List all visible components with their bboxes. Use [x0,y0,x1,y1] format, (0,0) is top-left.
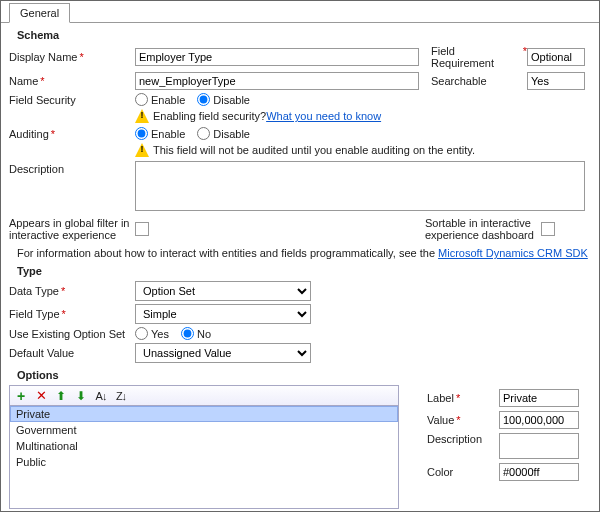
options-toolbar: + ✕ ⬆ ⬇ A↓ Z↓ [9,385,399,405]
auditing-disable-radio[interactable]: Disable [197,127,250,140]
appears-label: Appears in global filter in interactive … [9,217,135,241]
warning-icon [135,109,149,123]
option-color-label: Color [427,466,499,478]
delete-icon[interactable]: ✕ [34,389,48,403]
list-item[interactable]: Government [10,422,398,438]
disable-text: Disable [213,128,250,140]
field-type-label: Field Type [9,308,60,320]
field-security-label: Field Security [9,94,135,106]
display-name-label: Display Name [9,51,77,63]
description-label: Description [9,161,135,175]
option-description-textarea[interactable] [499,433,579,459]
warning-icon [135,143,149,157]
searchable-label: Searchable [431,75,527,87]
field-requirement-label: Field Requirement [431,45,521,69]
disable-text: Disable [213,94,250,106]
option-description-label: Description [427,433,499,445]
options-listbox[interactable]: Private Government Multinational Public [9,405,399,509]
option-value-label: Value [427,414,454,426]
searchable-input[interactable] [527,72,585,90]
sort-desc-icon[interactable]: Z↓ [114,389,128,403]
tab-general[interactable]: General [9,3,70,23]
list-item[interactable]: Multinational [10,438,398,454]
field-security-warning-text: Enabling field security? [153,110,266,122]
name-label: Name [9,75,38,87]
sortable-checkbox[interactable] [541,222,555,236]
name-input[interactable] [135,72,419,90]
field-type-select[interactable]: Simple [135,304,311,324]
option-value-input[interactable] [499,411,579,429]
sortable-label: Sortable in interactive experience dashb… [425,217,541,241]
sort-asc-icon[interactable]: A↓ [94,389,108,403]
what-you-need-link[interactable]: What you need to know [266,110,381,122]
data-type-label: Data Type [9,285,59,297]
option-color-input[interactable] [499,463,579,481]
schema-heading: Schema [17,29,591,41]
required-marker: * [79,51,83,63]
data-type-select[interactable]: Option Set [135,281,311,301]
auditing-warning-text: This field will not be audited until you… [153,144,475,156]
no-text: No [197,328,211,340]
sdk-link[interactable]: Microsoft Dynamics CRM SDK [438,247,588,259]
appears-checkbox[interactable] [135,222,149,236]
required-marker: * [40,75,44,87]
required-marker: * [61,285,65,297]
use-existing-no-radio[interactable]: No [181,327,211,340]
move-up-icon[interactable]: ⬆ [54,389,68,403]
field-security-disable-radio[interactable]: Disable [197,93,250,106]
display-name-input[interactable] [135,48,419,66]
description-textarea[interactable] [135,161,585,211]
move-down-icon[interactable]: ⬇ [74,389,88,403]
auditing-enable-radio[interactable]: Enable [135,127,185,140]
yes-text: Yes [151,328,169,340]
use-existing-yes-radio[interactable]: Yes [135,327,169,340]
default-value-label: Default Value [9,347,135,359]
required-marker: * [62,308,66,320]
option-label-label: Label [427,392,454,404]
required-marker: * [456,392,460,404]
auditing-label: Auditing [9,128,49,140]
options-heading: Options [17,369,591,381]
field-requirement-input[interactable] [527,48,585,66]
list-item[interactable]: Private [10,406,398,422]
required-marker: * [456,414,460,426]
option-label-input[interactable] [499,389,579,407]
field-security-enable-radio[interactable]: Enable [135,93,185,106]
sdk-info-text: For information about how to interact wi… [17,247,438,259]
add-icon[interactable]: + [14,389,28,403]
list-item[interactable]: Public [10,454,398,470]
required-marker: * [51,128,55,140]
default-value-select[interactable]: Unassigned Value [135,343,311,363]
enable-text: Enable [151,94,185,106]
type-heading: Type [17,265,591,277]
enable-text: Enable [151,128,185,140]
use-existing-label: Use Existing Option Set [9,328,135,340]
